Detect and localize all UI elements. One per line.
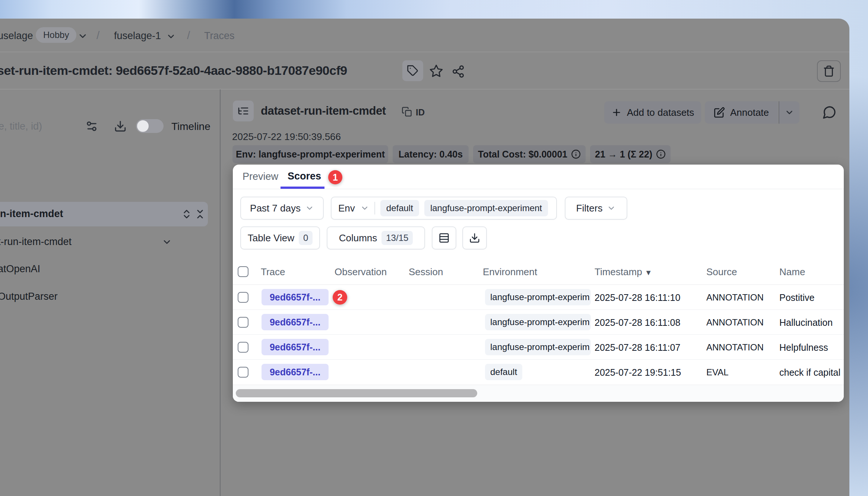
- name-cell: check if capital: [779, 367, 840, 378]
- table-row[interactable]: 9ed6657f-... langfuse-prompt-experim 202…: [233, 310, 844, 335]
- copy-id-button[interactable]: [402, 106, 412, 117]
- breadcrumb-project[interactable]: fuselage-1: [114, 30, 161, 42]
- share-button[interactable]: [452, 65, 465, 78]
- row-checkbox[interactable]: [238, 367, 248, 378]
- delete-button[interactable]: [817, 60, 841, 82]
- tree-item-label: n-item-cmdet: [0, 208, 63, 220]
- row-checkbox[interactable]: [238, 292, 248, 303]
- sliders-icon: [85, 120, 98, 133]
- annotate-dropdown-button[interactable]: [779, 101, 799, 124]
- divider: [374, 202, 375, 214]
- screen: uselage Hobby / fuselage-1 / Traces set-…: [0, 0, 868, 496]
- export-button[interactable]: [462, 226, 487, 249]
- info-icon[interactable]: [656, 149, 666, 159]
- env-filter-label: Env: [338, 203, 355, 214]
- latency-badge: Latency: 0.40s: [393, 145, 469, 163]
- columns-count: 13/15: [381, 231, 413, 245]
- tree-settings-button[interactable]: [85, 120, 98, 133]
- trace-link[interactable]: 9ed6657f-...: [262, 314, 329, 330]
- environment-chip: langfuse-prompt-experim: [485, 339, 591, 355]
- col-source[interactable]: Source: [706, 266, 737, 278]
- list-tree-icon: [237, 105, 249, 117]
- download-icon: [469, 232, 480, 244]
- entry-type-badge: [233, 101, 254, 121]
- star-icon: [429, 64, 443, 78]
- scores-panel: Preview Scores 1 Past 7 days Env default…: [233, 165, 844, 402]
- timestamp-cell: 2025-07-22 19:51:15: [595, 367, 681, 378]
- total-cost-badge: Total Cost: $0.00001: [473, 145, 586, 163]
- tab-scores[interactable]: Scores: [288, 171, 321, 182]
- trace-link[interactable]: 9ed6657f-...: [262, 289, 329, 305]
- col-observation[interactable]: Observation: [335, 266, 387, 278]
- table-view-button[interactable]: Table View 0: [240, 226, 320, 249]
- scrollbar-thumb[interactable]: [236, 389, 477, 397]
- date-range-button[interactable]: Past 7 days: [240, 197, 324, 220]
- col-environment[interactable]: Environment: [483, 266, 537, 278]
- tree-item-run[interactable]: t-run-item-cmdet: [0, 235, 209, 252]
- col-timestamp[interactable]: Timestamp ▼: [595, 266, 652, 278]
- name-cell: Helpfulness: [779, 342, 828, 353]
- col-name[interactable]: Name: [779, 266, 805, 278]
- env-filter-chip-experiment[interactable]: langfuse-prompt-experiment: [424, 200, 548, 216]
- horizontal-scrollbar[interactable]: [233, 385, 844, 402]
- trace-link[interactable]: 9ed6657f-...: [262, 364, 329, 380]
- environment-chip: langfuse-prompt-experim: [485, 289, 591, 305]
- add-to-datasets-label: Add to datasets: [627, 107, 694, 118]
- row-checkbox[interactable]: [238, 317, 248, 328]
- page-title: set-run-item-cmdet: 9ed6657f-52a0-4aac-9…: [0, 63, 347, 78]
- table-row[interactable]: 9ed6657f-... default 2025-07-22 19:51:15…: [233, 360, 844, 385]
- filters-button[interactable]: Filters: [565, 197, 627, 220]
- col-session[interactable]: Session: [409, 266, 443, 278]
- tree-item-chatopenai[interactable]: atOpenAI: [0, 262, 209, 279]
- env-filter-chip-default[interactable]: default: [380, 200, 419, 216]
- tab-preview[interactable]: Preview: [243, 171, 278, 182]
- title-bar: set-run-item-cmdet: 9ed6657f-52a0-4aac-9…: [0, 52, 849, 89]
- tag-button[interactable]: [402, 60, 423, 81]
- chevron-down-icon[interactable]: [162, 237, 172, 247]
- col-timestamp-label: Timestamp: [595, 266, 642, 277]
- search-input[interactable]: [0, 121, 67, 132]
- tree-download-button[interactable]: [114, 120, 127, 133]
- share-icon: [452, 65, 465, 78]
- rows-icon: [438, 232, 450, 244]
- tree-item-selected[interactable]: n-item-cmdet: [0, 202, 208, 226]
- add-to-datasets-button[interactable]: Add to datasets: [604, 101, 701, 124]
- active-tab-indicator: [281, 187, 324, 189]
- collapse-all-icon[interactable]: [194, 209, 206, 220]
- toggle-knob: [137, 120, 149, 132]
- token-usage-label: 21 → 1 (Σ 22): [595, 149, 652, 160]
- select-all-checkbox[interactable]: [238, 266, 248, 277]
- project-chevron-down-icon[interactable]: [166, 32, 176, 41]
- trash-icon: [823, 65, 835, 77]
- org-chevron-down-icon[interactable]: [77, 31, 88, 41]
- chevron-down-icon: [360, 204, 369, 213]
- comments-button[interactable]: [822, 105, 837, 120]
- chevron-down-icon: [607, 204, 616, 213]
- latency-badge-label: Latency: 0.40s: [399, 149, 463, 160]
- col-trace[interactable]: Trace: [261, 266, 285, 278]
- download-icon: [114, 120, 127, 133]
- expand-all-icon[interactable]: [181, 209, 192, 220]
- timestamp-cell: 2025-07-28 16:11:07: [595, 342, 680, 353]
- annotation-marker-1: 1: [328, 170, 342, 184]
- trace-link[interactable]: 9ed6657f-...: [262, 339, 329, 355]
- tab-bar: Preview Scores 1: [233, 165, 844, 189]
- row-height-button[interactable]: [432, 226, 456, 249]
- cost-badge-label: Total Cost: $0.00001: [478, 149, 567, 160]
- source-cell: ANNOTATION: [706, 317, 764, 328]
- id-label[interactable]: ID: [416, 107, 425, 118]
- sort-desc-icon: ▼: [645, 268, 652, 277]
- tree-item-outputparser[interactable]: OutputParser: [0, 289, 209, 306]
- info-icon[interactable]: [571, 149, 581, 159]
- env-filter-button[interactable]: Env default langfuse-prompt-experiment: [331, 197, 557, 220]
- favorite-button[interactable]: [429, 64, 443, 78]
- table-row[interactable]: 9ed6657f-... langfuse-prompt-experim 202…: [233, 335, 844, 360]
- plan-badge: Hobby: [36, 27, 76, 43]
- timeline-toggle[interactable]: [136, 119, 164, 133]
- columns-button[interactable]: Columns 13/15: [327, 226, 425, 249]
- annotate-button[interactable]: Annotate: [705, 101, 778, 124]
- row-checkbox[interactable]: [238, 342, 248, 353]
- breadcrumb-current-page: Traces: [204, 30, 235, 42]
- breadcrumb-org[interactable]: uselage: [0, 30, 33, 42]
- table-row[interactable]: 9ed6657f-... 2 langfuse-prompt-experim 2…: [233, 285, 844, 310]
